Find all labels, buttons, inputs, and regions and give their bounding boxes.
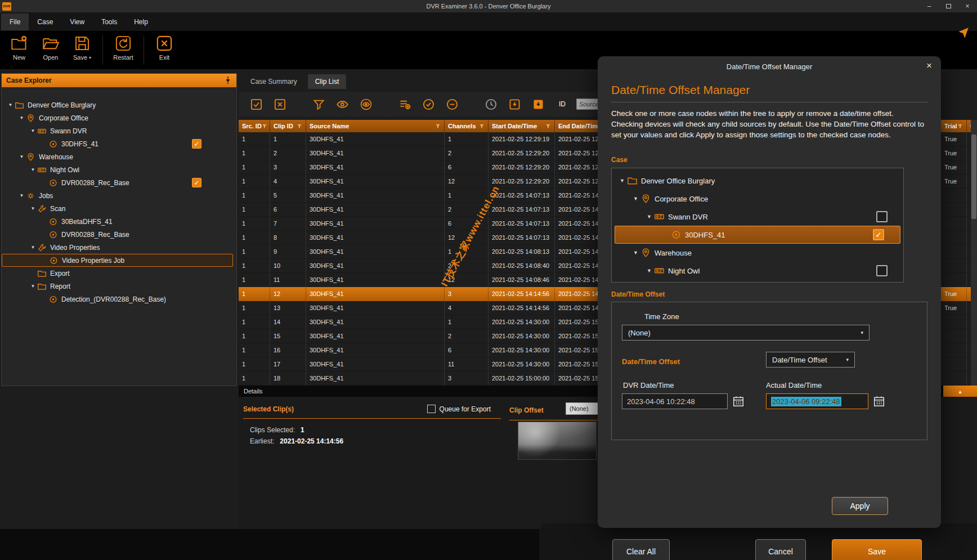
tree-item-30dhfs-41[interactable]: 30DHFS_41✓: [615, 226, 900, 244]
tree-item-30betadhfs-41[interactable]: 30BetaDHFS_41: [2, 215, 236, 228]
column-header-start-date-time[interactable]: Start Date/Time: [488, 120, 555, 132]
new-case-button[interactable]: New: [3, 35, 35, 61]
close-icon[interactable]: ×: [926, 60, 932, 71]
tree-item-warehouse[interactable]: ▼Warehouse: [612, 244, 903, 262]
tree-item-detection-dvr00288-rec-base[interactable]: Detection_(DVR00288_Rec_Base): [2, 293, 236, 306]
tab-clip-list[interactable]: Clip List: [308, 74, 347, 89]
chevron-down-icon[interactable]: ▼: [17, 154, 26, 159]
show-preview-icon[interactable]: [336, 98, 349, 111]
close-button[interactable]: ×: [958, 0, 977, 12]
filter-icon[interactable]: [479, 123, 485, 129]
tree-item-swann-dvr[interactable]: ▼Swann DVR: [2, 124, 236, 137]
menu-case[interactable]: Case: [29, 14, 61, 30]
calendar-icon[interactable]: [731, 394, 746, 409]
filter-icon[interactable]: [297, 123, 302, 129]
chevron-down-icon[interactable]: ▼: [29, 206, 37, 211]
collapse-details-button[interactable]: ▴: [943, 386, 977, 397]
column-header-channels[interactable]: Channels: [445, 120, 488, 132]
checkbox[interactable]: ✓: [192, 178, 201, 187]
tree-item-dvr00288-rec-base[interactable]: DVR00288_Rec_Base: [2, 228, 236, 241]
exit-button[interactable]: Exit: [149, 35, 180, 61]
tree-item-video-properties-job[interactable]: Video Properties Job: [2, 254, 233, 267]
chevron-down-icon[interactable]: ▼: [17, 115, 26, 120]
dialog-description: Check one or more case nodes within the …: [611, 108, 925, 140]
filter-icon[interactable]: [435, 123, 441, 129]
chevron-down-icon[interactable]: ▼: [631, 250, 640, 256]
chevron-down-icon[interactable]: ▼: [644, 214, 654, 219]
clear-all-button[interactable]: Clear All: [612, 539, 670, 560]
dropdown-caret-icon[interactable]: ▾: [89, 55, 91, 60]
checkbox[interactable]: [876, 265, 888, 276]
tree-item-scan[interactable]: ▼Scan: [2, 202, 236, 215]
tree-item-warehouse[interactable]: ▼Warehouse: [2, 150, 236, 163]
minimize-button[interactable]: –: [920, 0, 939, 12]
column-header-trial[interactable]: Trial: [941, 120, 967, 132]
queue-for-export-checkbox[interactable]: Queue for Export: [427, 405, 491, 413]
clip-offset-title: Clip Offset: [509, 406, 544, 414]
tree-item-night-owl[interactable]: ▼Night Owl: [612, 262, 903, 280]
filter-icon[interactable]: [312, 98, 325, 111]
vertical-scrollbar[interactable]: [971, 120, 977, 386]
checkbox[interactable]: ✓: [192, 139, 201, 149]
filter-icon[interactable]: [262, 123, 267, 129]
dvr-datetime-input[interactable]: 2023-04-06 10:22:48: [622, 393, 728, 409]
tree-item-night-owl[interactable]: ▼Night Owl: [2, 163, 236, 176]
queue-download-icon[interactable]: [508, 98, 521, 111]
chevron-down-icon[interactable]: ▼: [29, 167, 37, 172]
scrollbar-thumb[interactable]: [971, 135, 976, 219]
deselect-all-icon[interactable]: [274, 98, 286, 111]
chevron-down-icon[interactable]: ▼: [644, 268, 654, 274]
tree-item-dvr00288-rec-base[interactable]: DVR00288_Rec_Base✓: [2, 176, 236, 189]
chevron-down-icon[interactable]: ▼: [29, 245, 37, 250]
tab-case-summary[interactable]: Case Summary: [243, 74, 304, 89]
tree-item-jobs[interactable]: ▼Jobs: [2, 189, 236, 202]
menu-view[interactable]: View: [61, 14, 93, 30]
cancel-button[interactable]: Cancel: [755, 539, 806, 560]
tree-item-denver-office-burglary[interactable]: ▼Denver Office Burglary: [612, 172, 903, 190]
tree-item-swann-dvr[interactable]: ▼Swann DVR: [612, 208, 903, 226]
maximize-button[interactable]: [939, 0, 958, 12]
chevron-down-icon[interactable]: ▼: [631, 196, 640, 201]
tree-item-30dhfs-41[interactable]: 30DHFS_41✓: [2, 137, 236, 150]
filter-icon[interactable]: [545, 123, 551, 129]
cell-start-datetime: 2021-02-25 12:29:20: [488, 174, 555, 189]
time-zone-select[interactable]: (None)▾: [622, 325, 870, 341]
menu-help[interactable]: Help: [126, 14, 156, 30]
chevron-down-icon[interactable]: ▼: [17, 193, 26, 198]
pin-icon[interactable]: [224, 77, 232, 84]
tree-item-export[interactable]: Export: [2, 267, 236, 280]
restart-button[interactable]: Restart: [107, 35, 139, 61]
column-header-clip-id[interactable]: Clip ID: [270, 120, 306, 132]
calendar-icon[interactable]: [872, 394, 886, 409]
chevron-down-icon[interactable]: ▼: [29, 128, 37, 133]
exclude-clips-icon[interactable]: [446, 98, 459, 111]
tree-item-corporate-office[interactable]: ▼Corporate Office: [612, 190, 903, 208]
column-header-source-name[interactable]: Source Name: [306, 120, 445, 132]
queue-export-icon[interactable]: [532, 98, 545, 111]
apply-button[interactable]: Apply: [832, 497, 888, 515]
clip-list-options-icon[interactable]: [398, 98, 411, 111]
chevron-down-icon[interactable]: ▼: [29, 284, 37, 289]
tree-item-denver-office-burglary[interactable]: ▼Denver Office Burglary: [2, 98, 236, 111]
filter-icon[interactable]: [957, 123, 963, 129]
menu-file[interactable]: File: [1, 14, 29, 30]
inspect-preview-icon[interactable]: [360, 98, 373, 111]
save-button[interactable]: Save: [832, 539, 922, 560]
chevron-down-icon[interactable]: ▼: [6, 102, 15, 107]
tree-item-report[interactable]: ▼Report: [2, 280, 236, 293]
tree-item-video-properties[interactable]: ▼Video Properties: [2, 241, 236, 254]
pending-clips-icon[interactable]: [485, 98, 498, 111]
open-case-button[interactable]: Open: [35, 35, 66, 61]
checkbox[interactable]: ✓: [873, 229, 884, 240]
menu-tools[interactable]: Tools: [93, 14, 126, 30]
checkbox[interactable]: [876, 211, 888, 222]
tree-item-label: Swann DVR: [50, 127, 87, 135]
include-clips-icon[interactable]: [422, 98, 435, 111]
column-header-src-id[interactable]: Src. ID: [239, 120, 270, 132]
offset-mode-select[interactable]: Date/Time Offset▾: [766, 352, 855, 368]
chevron-down-icon[interactable]: ▼: [617, 178, 627, 183]
select-all-icon[interactable]: [250, 98, 263, 111]
actual-datetime-input[interactable]: 2023-04-06 09:22:48: [766, 393, 868, 409]
save-button[interactable]: Save▾: [66, 35, 98, 61]
tree-item-corporate-office[interactable]: ▼Corporate Office: [2, 111, 236, 124]
